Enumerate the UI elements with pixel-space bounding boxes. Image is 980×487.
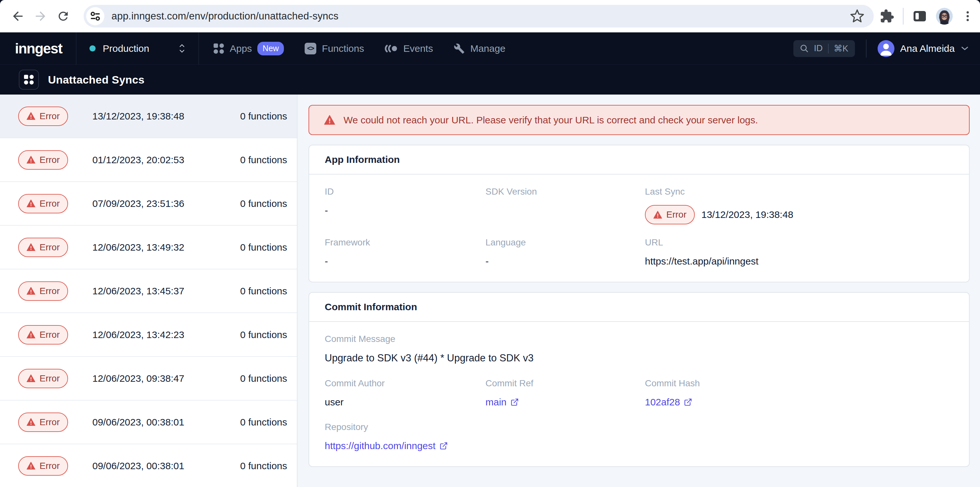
commit-message-value: Upgrade to SDK v3 (#44) * Upgrade to SDK… (325, 352, 953, 364)
sync-list-item[interactable]: Error 12/06/2023, 13:49:32 0 functions (0, 226, 297, 270)
nav-item-functions[interactable]: <> Functions (305, 43, 364, 54)
back-arrow-icon (11, 9, 25, 23)
commit-hash-link[interactable]: 102af28 (645, 397, 692, 408)
nav-events-label: Events (403, 43, 433, 54)
reload-icon (56, 10, 70, 23)
url-label: URL (645, 237, 953, 248)
search-button[interactable]: ID ⌘K (793, 40, 855, 57)
warning-triangle-icon (27, 374, 35, 382)
status-label: Error (40, 111, 60, 121)
address-bar[interactable]: app.inngest.com/env/production/unattache… (84, 5, 874, 27)
sync-function-count: 0 functions (240, 154, 287, 165)
sync-list: Error 13/12/2023, 19:38:48 0 functions E… (0, 95, 298, 487)
last-sync-value: 13/12/2023, 19:38:48 (701, 209, 793, 220)
error-status-badge: Error (18, 281, 68, 301)
language-value: - (485, 256, 645, 267)
browser-menu-icon[interactable] (961, 10, 974, 23)
star-icon (850, 9, 865, 24)
nav-manage-label: Manage (470, 43, 505, 54)
sync-timestamp: 09/06/2023, 00:38:01 (92, 460, 185, 471)
sync-list-item[interactable]: Error 01/12/2023, 20:02:53 0 functions (0, 138, 297, 182)
sync-function-count: 0 functions (240, 460, 287, 471)
sync-timestamp: 12/06/2023, 09:38:47 (92, 373, 185, 384)
status-label: Error (40, 373, 60, 384)
browser-back-button[interactable] (6, 5, 29, 27)
main-content: We could not reach your URL. Please veri… (298, 95, 980, 487)
repository-label: Repository (325, 422, 953, 432)
site-settings-button[interactable] (86, 7, 104, 25)
error-status-badge: Error (18, 412, 68, 432)
nav-item-manage[interactable]: Manage (454, 43, 505, 54)
app-information-card: App Information ID - SDK Version Last Sy… (309, 145, 970, 282)
sync-timestamp: 13/12/2023, 19:38:48 (92, 111, 185, 122)
error-status-badge: Error (18, 106, 68, 126)
status-label: Error (40, 330, 60, 340)
sync-list-item[interactable]: Error 12/06/2023, 13:45:37 0 functions (0, 270, 297, 313)
field-commit-hash: Commit Hash 102af28 (645, 378, 953, 408)
browser-profile-avatar[interactable] (936, 8, 953, 25)
framework-value: - (325, 256, 485, 267)
nav-divider (198, 32, 199, 65)
sync-list-item[interactable]: Error 09/06/2023, 00:38:01 0 functions (0, 401, 297, 444)
nav-right-cluster: ID ⌘K Ana Almeida (793, 40, 968, 58)
search-shortcut: ⌘K (834, 43, 848, 54)
external-link-icon (684, 398, 692, 406)
external-link-icon (439, 442, 448, 450)
external-link-icon (511, 398, 519, 406)
chevron-down-icon[interactable] (961, 46, 968, 51)
warning-triangle-icon (27, 418, 35, 426)
environment-selector[interactable]: Production (76, 43, 198, 54)
warning-triangle-icon (27, 331, 35, 339)
field-language: Language - (485, 237, 645, 267)
field-last-sync: Last Sync Error 13/12/2023, 19:38:48 (645, 187, 953, 224)
field-framework: Framework - (325, 237, 485, 267)
page-title: Unattached Syncs (48, 73, 145, 86)
repository-link[interactable]: https://github.com/inngest (325, 440, 448, 451)
search-icon (800, 44, 809, 53)
user-name: Ana Almeida (900, 43, 955, 54)
forward-arrow-icon (33, 9, 48, 23)
inngest-logo[interactable]: inngest (15, 40, 62, 57)
sync-function-count: 0 functions (240, 286, 287, 297)
sync-function-count: 0 functions (240, 198, 287, 209)
sync-timestamp: 12/06/2023, 13:45:37 (92, 286, 185, 297)
status-label: Error (40, 242, 60, 252)
sync-list-item[interactable]: Error 12/06/2023, 09:38:47 0 functions (0, 357, 297, 401)
sync-list-item[interactable]: Error 07/09/2023, 23:51:36 0 functions (0, 182, 297, 226)
user-avatar[interactable] (878, 40, 894, 57)
nav-functions-label: Functions (322, 43, 364, 54)
commit-ref-link[interactable]: main (485, 397, 519, 408)
status-label: Error (40, 461, 60, 471)
side-panel-icon[interactable] (912, 8, 928, 24)
sync-function-count: 0 functions (240, 373, 287, 384)
field-sdk-version: SDK Version (485, 187, 645, 224)
bookmark-button[interactable] (850, 9, 865, 24)
extensions-icon[interactable] (880, 9, 894, 24)
commit-author-label: Commit Author (325, 378, 485, 389)
browser-forward-button[interactable] (29, 5, 52, 27)
commit-ref-value: main (485, 397, 506, 408)
field-repository: Repository https://github.com/inngest (325, 422, 953, 451)
sync-list-item[interactable]: Error 09/06/2023, 00:38:01 0 functions (0, 444, 297, 487)
toolbar-divider (903, 8, 904, 25)
functions-code-icon: <> (305, 43, 316, 54)
framework-label: Framework (325, 237, 485, 248)
sync-function-count: 0 functions (240, 242, 287, 253)
commit-ref-label: Commit Ref (485, 378, 645, 389)
status-label: Error (666, 209, 686, 220)
sync-function-count: 0 functions (240, 111, 287, 122)
error-status-badge: Error (18, 369, 68, 388)
nav-item-apps[interactable]: Apps New (213, 42, 284, 56)
warning-triangle-icon (27, 287, 35, 295)
status-label: Error (40, 155, 60, 165)
browser-reload-button[interactable] (52, 5, 75, 27)
sync-timestamp: 09/06/2023, 00:38:01 (92, 417, 185, 428)
field-commit-ref: Commit Ref main (485, 378, 645, 408)
warning-triangle-icon (27, 462, 35, 470)
repository-value: https://github.com/inngest (325, 440, 436, 451)
wrench-icon (454, 43, 465, 54)
nav-item-events[interactable]: Events (385, 43, 433, 54)
sync-list-item[interactable]: Error 12/06/2023, 13:42:23 0 functions (0, 313, 297, 357)
sync-list-item[interactable]: Error 13/12/2023, 19:38:48 0 functions (0, 95, 297, 138)
chevron-up-down-icon (179, 44, 185, 53)
